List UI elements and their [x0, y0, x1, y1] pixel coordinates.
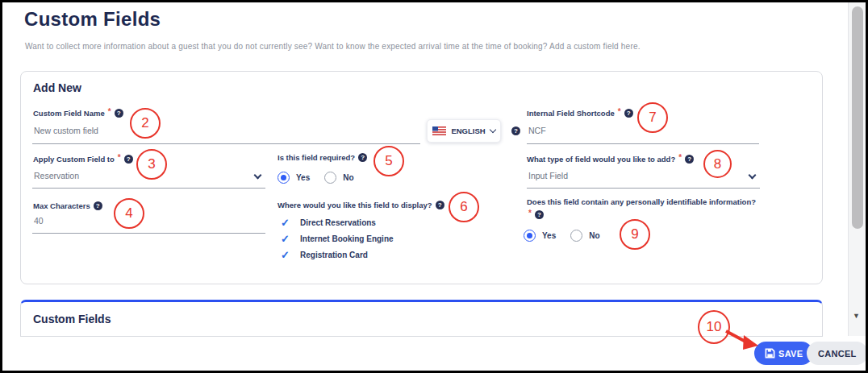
yes-radio[interactable]: [524, 230, 536, 242]
is-required-radios: Yes No: [278, 172, 354, 184]
annotation-marker-2: 2: [130, 108, 161, 139]
page-title: Custom Fields: [24, 8, 161, 31]
chevron-down-icon: [749, 172, 757, 180]
display-locations-label: Where would you like this field to displ…: [278, 201, 444, 209]
custom-field-name-input[interactable]: New custom field: [32, 118, 420, 144]
help-icon[interactable]: ?: [624, 109, 633, 118]
custom-fields-page: Custom Fields Want to collect more infor…: [0, 0, 868, 373]
check-icon: ✓: [281, 217, 300, 229]
custom-fields-heading: Custom Fields: [33, 313, 111, 325]
yes-radio[interactable]: [278, 172, 290, 184]
cancel-button[interactable]: CANCEL: [807, 342, 868, 365]
apply-to-label: Apply Custom Field to * ?: [33, 155, 133, 164]
annotation-marker-7: 7: [637, 102, 668, 133]
display-locations-list: ✓ Direct Reservations ✓ Internet Booking…: [281, 218, 394, 260]
annotation-marker-6: 6: [449, 192, 479, 222]
annotation-marker-4: 4: [114, 198, 144, 229]
required-asterisk: *: [528, 209, 532, 218]
annotation-marker-5: 5: [373, 146, 404, 176]
required-asterisk: *: [678, 153, 682, 162]
max-characters-input[interactable]: 40: [32, 209, 265, 234]
custom-field-name-label: Custom Field Name * ?: [33, 109, 123, 118]
is-required-label: Is this field required? ?: [278, 153, 367, 162]
annotation-marker-8: 8: [703, 150, 732, 178]
required-asterisk: *: [108, 107, 111, 116]
pii-required-row: * ?: [528, 210, 544, 219]
chevron-down-icon: [254, 172, 262, 180]
pii-label: Does this field contain any personally i…: [527, 197, 756, 206]
add-new-card: Add New Custom Field Name * ? New custom…: [20, 71, 823, 284]
pii-radios: Yes No: [524, 230, 600, 242]
display-option-direct-reservations[interactable]: ✓ Direct Reservations: [281, 218, 394, 228]
check-icon: ✓: [281, 249, 300, 261]
help-icon[interactable]: ?: [115, 109, 123, 118]
scroll-down-arrow-icon[interactable]: ▼: [853, 312, 860, 320]
help-icon[interactable]: ?: [511, 126, 520, 135]
vertical-scrollbar[interactable]: ▼: [848, 2, 866, 336]
required-asterisk: *: [618, 107, 621, 116]
add-new-heading: Add New: [33, 81, 81, 94]
display-option-internet-booking-engine[interactable]: ✓ Internet Booking Engine: [281, 234, 394, 244]
check-icon: ✓: [281, 233, 300, 245]
annotation-arrow-icon: [723, 328, 760, 352]
no-radio[interactable]: [324, 172, 336, 184]
display-option-registration-card[interactable]: ✓ Registration Card: [281, 250, 394, 260]
no-radio[interactable]: [570, 230, 582, 242]
help-icon[interactable]: ?: [436, 201, 444, 209]
save-disk-icon: [765, 348, 775, 358]
help-icon[interactable]: ?: [358, 153, 367, 162]
help-icon[interactable]: ?: [685, 155, 694, 164]
field-type-label: What type of field would you like to add…: [527, 155, 694, 164]
scrollbar-thumb[interactable]: [852, 6, 863, 229]
help-icon[interactable]: ?: [535, 210, 544, 219]
annotation-marker-3: 3: [136, 149, 167, 180]
required-asterisk: *: [118, 153, 121, 162]
us-flag-icon: [432, 126, 446, 135]
language-selector[interactable]: ENGLISH: [427, 119, 501, 143]
internal-shortcode-label: Internal Field Shortcode * ?: [527, 109, 633, 118]
chevron-down-icon: [489, 126, 495, 133]
page-subtitle: Want to collect more information about a…: [25, 42, 641, 51]
annotation-marker-9: 9: [620, 219, 650, 250]
help-icon[interactable]: ?: [124, 155, 133, 164]
save-button[interactable]: SAVE: [754, 342, 813, 365]
